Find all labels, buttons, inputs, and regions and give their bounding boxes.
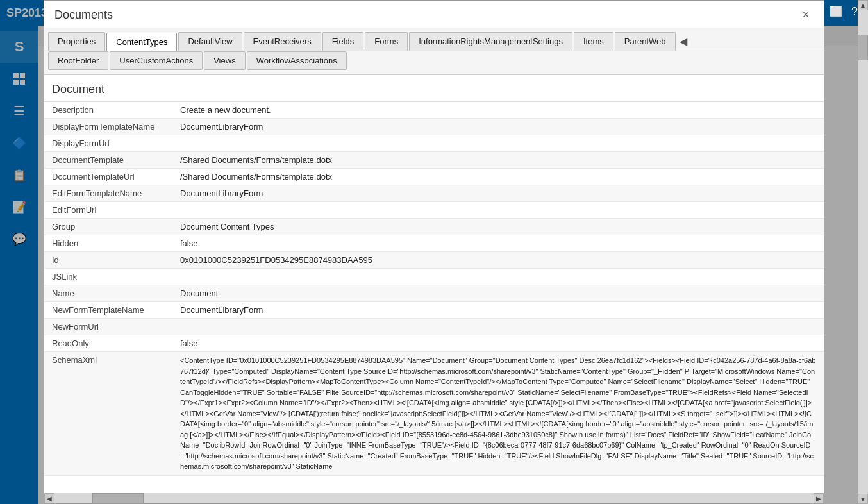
tab-workflowassociations[interactable]: WorkflowAssociations xyxy=(247,51,347,70)
table-row: EditFormTemplateNameDocumentLibraryForm xyxy=(44,185,824,202)
row-value: Document Content Types xyxy=(172,219,824,235)
table-row: EditFormUrl xyxy=(44,202,824,219)
row-value: DocumentLibraryForm xyxy=(172,185,824,202)
h-scroll-thumb[interactable] xyxy=(92,493,144,503)
row-value xyxy=(172,319,824,335)
row-value: Create a new document. xyxy=(172,102,824,119)
tab-informationrightsmanagementsettings[interactable]: InformationRightsManagementSettings xyxy=(409,32,572,51)
row-key: DocumentTemplateUrl xyxy=(44,169,172,185)
modal-overlay: Documents × Properties ContentTypes Defa… xyxy=(0,0,868,504)
help-icon[interactable]: ? xyxy=(851,5,858,19)
table-row: DisplayFormUrl xyxy=(44,135,824,152)
row-key: Description xyxy=(44,102,172,119)
table-row: NewFormUrl xyxy=(44,319,824,335)
row-value: DocumentLibraryForm xyxy=(172,302,824,319)
right-scrollbar[interactable]: ▲ ▼ xyxy=(858,0,868,504)
tabs-row-2: RootFolder UserCustomActions Views Workf… xyxy=(44,51,824,75)
row-key: JSLink xyxy=(44,269,172,285)
row-key: DisplayFormTemplateName xyxy=(44,119,172,135)
h-scroll-left-button[interactable]: ◀ xyxy=(44,493,54,503)
row-value xyxy=(172,135,824,152)
scroll-down-button[interactable]: ▼ xyxy=(858,494,868,504)
tabs-row-1: Properties ContentTypes DefaultView Even… xyxy=(44,28,824,51)
scroll-up-button[interactable]: ▲ xyxy=(858,0,868,10)
row-value: false xyxy=(172,235,824,252)
table-row: Hiddenfalse xyxy=(44,235,824,252)
table-row: NameDocument xyxy=(44,285,824,302)
row-key: Hidden xyxy=(44,235,172,252)
table-row: ReadOnlyfalse xyxy=(44,335,824,352)
expand-icon[interactable]: ⬜ xyxy=(830,5,842,17)
tab-fields[interactable]: Fields xyxy=(322,32,364,51)
modal-header: Documents × xyxy=(44,1,824,28)
row-key: SchemaXml xyxy=(44,352,172,476)
data-table: DescriptionCreate a new document.Display… xyxy=(44,102,824,476)
table-row: JSLink xyxy=(44,269,824,285)
tab-properties[interactable]: Properties xyxy=(48,32,105,51)
table-row: GroupDocument Content Types xyxy=(44,219,824,235)
row-key: DocumentTemplate xyxy=(44,152,172,169)
table-row: DescriptionCreate a new document. xyxy=(44,102,824,119)
row-value: Document xyxy=(172,285,824,302)
table-row: DisplayFormTemplateNameDocumentLibraryFo… xyxy=(44,119,824,135)
row-value: 0x0101000C5239251FD0534295E8874983DAA595 xyxy=(172,252,824,269)
row-value: <ContentType ID="0x0101000C5239251FD0534… xyxy=(172,352,824,476)
table-row: Id0x0101000C5239251FD0534295E8874983DAA5… xyxy=(44,252,824,269)
row-key: EditFormUrl xyxy=(44,202,172,219)
row-key: DisplayFormUrl xyxy=(44,135,172,152)
row-key: EditFormTemplateName xyxy=(44,185,172,202)
row-key: NewFormTemplateName xyxy=(44,302,172,319)
row-key: NewFormUrl xyxy=(44,319,172,335)
modal-body: Document DescriptionCreate a new documen… xyxy=(44,75,824,493)
tab-scroll-left[interactable]: ◀ xyxy=(677,35,690,47)
scroll-thumb[interactable] xyxy=(858,35,868,60)
tab-forms[interactable]: Forms xyxy=(365,32,408,51)
row-key: Name xyxy=(44,285,172,302)
h-scroll-track xyxy=(54,493,814,503)
scroll-track xyxy=(858,10,868,494)
row-value: false xyxy=(172,335,824,352)
h-scroll-right-button[interactable]: ▶ xyxy=(814,493,824,503)
modal-bottom-scrollbar[interactable]: ◀ ▶ xyxy=(44,493,824,503)
row-value xyxy=(172,269,824,285)
tab-contenttypes[interactable]: ContentTypes xyxy=(106,33,177,51)
table-row: DocumentTemplate/Shared Documents/Forms/… xyxy=(44,152,824,169)
tab-usercustomactions[interactable]: UserCustomActions xyxy=(110,51,203,70)
tab-parentweb[interactable]: ParentWeb xyxy=(615,32,676,51)
row-key: Id xyxy=(44,252,172,269)
table-row: SchemaXml<ContentType ID="0x0101000C5239… xyxy=(44,352,824,476)
table-row: NewFormTemplateNameDocumentLibraryForm xyxy=(44,302,824,319)
tab-items[interactable]: Items xyxy=(574,32,613,51)
tab-eventreceivers[interactable]: EventReceivers xyxy=(244,32,321,51)
row-key: Group xyxy=(44,219,172,235)
modal-dialog: Documents × Properties ContentTypes Defa… xyxy=(44,0,824,504)
tab-views[interactable]: Views xyxy=(204,51,245,70)
row-value xyxy=(172,202,824,219)
table-row: DocumentTemplateUrl/Shared Documents/For… xyxy=(44,169,824,185)
tab-rootfolder[interactable]: RootFolder xyxy=(48,51,108,70)
row-value: /Shared Documents/Forms/template.dotx xyxy=(172,169,824,185)
row-value: DocumentLibraryForm xyxy=(172,119,824,135)
modal-title: Documents xyxy=(54,8,113,22)
row-key: ReadOnly xyxy=(44,335,172,352)
modal-content-scroll[interactable]: Document DescriptionCreate a new documen… xyxy=(44,75,824,493)
section-title: Document xyxy=(44,75,824,102)
row-value: /Shared Documents/Forms/template.dotx xyxy=(172,152,824,169)
tab-defaultview[interactable]: DefaultView xyxy=(178,32,242,51)
modal-close-button[interactable]: × xyxy=(798,7,814,22)
